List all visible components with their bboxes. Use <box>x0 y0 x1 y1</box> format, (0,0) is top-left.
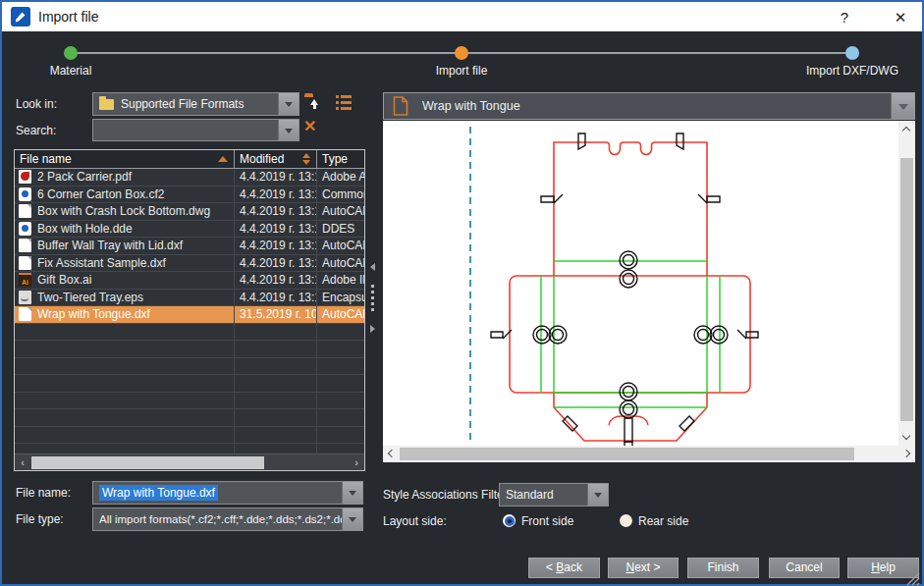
file-list: File name Modified Type 2 Pack Carrier.p… <box>14 149 365 471</box>
file-name-cell: AiGift Box.ai <box>15 272 235 289</box>
back-button[interactable]: < Back <box>528 558 600 578</box>
empty-cell <box>15 358 235 375</box>
empty-cell <box>15 427 235 444</box>
file-type-cell: Encapsu <box>317 290 364 306</box>
scrollbar-thumb[interactable] <box>900 158 913 421</box>
wizard-progress: Material Import file Import DXF/DWG <box>2 31 922 84</box>
preview-vertical-scrollbar[interactable] <box>898 121 915 446</box>
file-row[interactable]: Two-Tiered Tray.eps4.4.2019 г. 13:17Enca… <box>15 290 364 307</box>
cf2-file-icon <box>19 222 31 236</box>
file-row[interactable]: AiGift Box.ai4.4.2019 г. 13:17Adobe Ill <box>15 272 364 290</box>
illustrator-file-icon: Ai <box>19 273 31 287</box>
collapse-left-icon[interactable] <box>370 263 375 271</box>
splitter-grip[interactable] <box>371 285 374 311</box>
file-type-combobox[interactable]: All import formats(*.cf2;*.cff;*.dde;*.d… <box>92 507 363 531</box>
step-dot-import-file[interactable] <box>455 46 468 60</box>
file-name-combobox[interactable]: Wrap with Tongue.dxf <box>92 481 363 505</box>
file-name-text: Gift Box.ai <box>37 273 91 287</box>
empty-cell <box>15 444 235 453</box>
scroll-up-icon[interactable] <box>902 127 910 134</box>
file-type-cell: AutoCAD <box>317 203 364 220</box>
file-name-text: Two-Tiered Tray.eps <box>37 291 143 304</box>
column-header-type[interactable]: Type <box>317 150 364 168</box>
scroll-down-icon[interactable] <box>902 432 910 440</box>
file-rows: 2 Pack Carrier.pdf4.4.2019 г. 13:17Adobe… <box>15 169 364 453</box>
step-label-material: Material <box>50 64 92 78</box>
empty-file-row <box>15 427 364 445</box>
document-file-icon <box>19 256 31 270</box>
search-input[interactable] <box>92 119 299 141</box>
front-side-radio[interactable] <box>503 514 516 527</box>
file-modified-cell: 4.4.2019 г. 13:17 <box>235 169 317 186</box>
look-in-combobox[interactable]: Supported File Formats <box>92 92 299 116</box>
file-modified-cell: 31.5.2019 г. 10... <box>235 306 317 323</box>
file-row[interactable]: Fix Assistant Sample.dxf4.4.2019 г. 13:1… <box>15 255 364 273</box>
title-bar[interactable]: Import file ? ✕ <box>2 2 922 31</box>
close-icon[interactable]: ✕ <box>888 2 913 31</box>
file-list-horizontal-scrollbar[interactable]: ‹ › <box>15 453 364 470</box>
preview-horizontal-scrollbar[interactable] <box>383 446 915 462</box>
search-dropdown-arrow[interactable] <box>278 120 299 140</box>
file-name-text: Box with Crash Lock Bottom.dwg <box>37 204 210 218</box>
empty-cell <box>317 324 364 341</box>
help-titlebar-button[interactable]: ? <box>832 2 857 31</box>
empty-file-row <box>15 444 364 453</box>
file-name-value: Wrap with Tongue.dxf <box>99 485 218 501</box>
empty-cell <box>317 427 364 444</box>
empty-file-row <box>15 341 364 358</box>
empty-cell <box>235 427 317 444</box>
look-in-dropdown-arrow[interactable] <box>278 93 299 115</box>
empty-file-row <box>15 324 364 342</box>
clear-x-icon: ✕ <box>303 118 316 134</box>
scrollbar-thumb[interactable] <box>400 448 854 460</box>
file-modified-cell: 4.4.2019 г. 13:17 <box>235 290 317 306</box>
finish-button[interactable]: Finish <box>687 558 759 578</box>
pane-splitter[interactable] <box>368 149 377 471</box>
step-dot-material[interactable] <box>64 46 78 60</box>
empty-cell <box>317 375 364 392</box>
file-name-text: Fix Assistant Sample.dxf <box>37 256 166 270</box>
file-row[interactable]: 6 Corner Carton Box.cf24.4.2019 г. 13:17… <box>15 186 364 204</box>
rear-side-radio[interactable] <box>620 514 632 527</box>
step-dot-import-dxf-dwg[interactable] <box>845 46 859 60</box>
file-type-cell: Adobe Ill <box>317 272 364 289</box>
style-associations-filter-label: Style Associations Filter <box>383 483 508 506</box>
scroll-right-icon[interactable] <box>902 450 910 457</box>
style-associations-filter-combobox[interactable]: Standard <box>499 483 609 506</box>
file-modified-cell: 4.4.2019 г. 13:17 <box>235 238 317 254</box>
next-button[interactable]: Next > <box>608 558 679 578</box>
file-name-cell: 2 Pack Carrier.pdf <box>15 169 235 186</box>
file-name-text: Wrap with Tongue.dxf <box>37 307 150 321</box>
file-row[interactable]: 2 Pack Carrier.pdf4.4.2019 г. 13:17Adobe… <box>15 169 364 186</box>
scrollbar-thumb[interactable] <box>31 456 264 469</box>
file-modified-cell: 4.4.2019 г. 13:17 <box>235 272 317 289</box>
clear-search-button[interactable]: ✕ <box>303 119 316 134</box>
file-row[interactable]: Wrap with Tongue.dxf31.5.2019 г. 10...Au… <box>15 306 364 324</box>
scroll-left-icon[interactable] <box>388 450 396 457</box>
file-modified-cell: 4.4.2019 г. 13:17 <box>235 221 317 238</box>
file-row[interactable]: Box with Hole.dde4.4.2019 г. 13:17DDES <box>15 221 364 239</box>
column-header-modified[interactable]: Modified <box>235 150 317 168</box>
cancel-button[interactable]: Cancel <box>769 558 840 578</box>
empty-cell <box>317 341 364 357</box>
file-row[interactable]: Box with Crash Lock Bottom.dwg4.4.2019 г… <box>15 203 364 221</box>
collapse-right-icon[interactable] <box>370 325 375 333</box>
list-view-icon <box>336 95 352 110</box>
column-header-file-name[interactable]: File name <box>15 150 235 168</box>
scroll-right-icon[interactable]: › <box>349 454 364 471</box>
style-filter-dropdown-arrow[interactable] <box>587 484 608 506</box>
file-type-dropdown-arrow[interactable] <box>342 508 362 530</box>
preview-style-combobox[interactable]: Wrap with Tongue <box>383 92 915 120</box>
view-list-button[interactable] <box>336 95 352 110</box>
file-name-dropdown-arrow[interactable] <box>342 482 362 504</box>
preview-title: Wrap with Tongue <box>422 99 520 113</box>
file-row[interactable]: Buffer Wall Tray with Lid.dxf4.4.2019 г.… <box>15 238 364 255</box>
file-type-cell: DDES <box>317 221 364 238</box>
resize-grip[interactable] <box>906 572 920 586</box>
preview-canvas[interactable] <box>383 121 915 462</box>
preview-dropdown-arrow[interactable] <box>891 93 914 119</box>
empty-cell <box>235 358 317 375</box>
file-modified-cell: 4.4.2019 г. 13:17 <box>235 255 317 272</box>
scroll-left-icon[interactable]: ‹ <box>15 454 30 471</box>
style-filter-value: Standard <box>500 484 587 506</box>
